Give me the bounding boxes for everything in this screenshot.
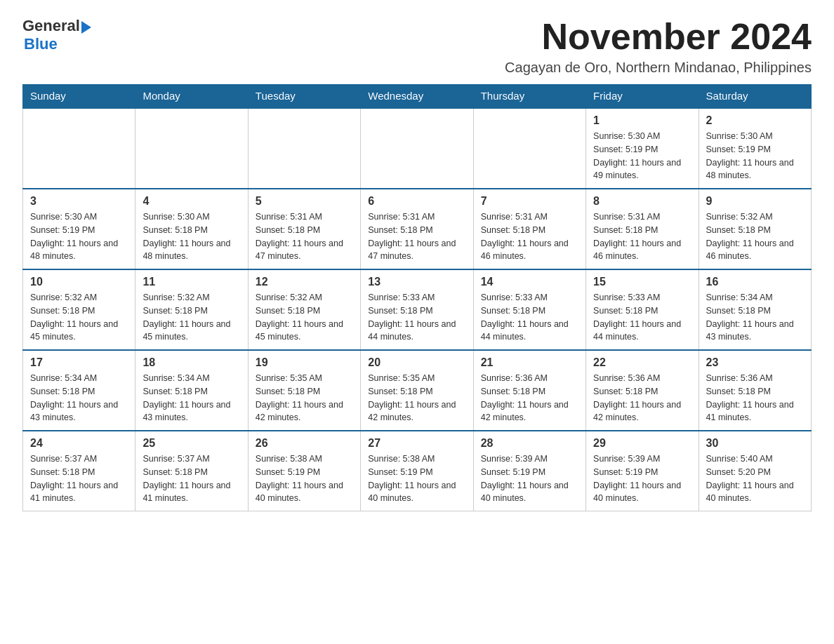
calendar-week-row: 10Sunrise: 5:32 AM Sunset: 5:18 PM Dayli… <box>23 269 812 350</box>
calendar-cell: 14Sunrise: 5:33 AM Sunset: 5:18 PM Dayli… <box>473 269 585 350</box>
calendar-table: SundayMondayTuesdayWednesdayThursdayFrid… <box>22 84 812 511</box>
day-number: 18 <box>143 356 240 369</box>
calendar-cell: 9Sunrise: 5:32 AM Sunset: 5:18 PM Daylig… <box>699 189 811 269</box>
day-info: Sunrise: 5:34 AM Sunset: 5:18 PM Dayligh… <box>706 291 804 344</box>
day-info: Sunrise: 5:37 AM Sunset: 5:18 PM Dayligh… <box>143 452 240 505</box>
day-number: 24 <box>30 437 128 450</box>
calendar-cell: 17Sunrise: 5:34 AM Sunset: 5:18 PM Dayli… <box>23 350 135 431</box>
logo: General Blue <box>22 17 91 53</box>
day-info: Sunrise: 5:31 AM Sunset: 5:18 PM Dayligh… <box>593 210 691 263</box>
day-number: 20 <box>368 356 465 369</box>
calendar-header-row: SundayMondayTuesdayWednesdayThursdayFrid… <box>23 84 812 108</box>
day-number: 23 <box>706 356 804 369</box>
day-info: Sunrise: 5:39 AM Sunset: 5:19 PM Dayligh… <box>481 452 578 505</box>
calendar-cell <box>248 108 360 189</box>
day-number: 7 <box>481 195 578 208</box>
calendar-cell: 7Sunrise: 5:31 AM Sunset: 5:18 PM Daylig… <box>473 189 585 269</box>
calendar-day-header: Sunday <box>23 84 135 108</box>
calendar-cell: 22Sunrise: 5:36 AM Sunset: 5:18 PM Dayli… <box>586 350 699 431</box>
day-number: 3 <box>30 195 128 208</box>
day-info: Sunrise: 5:38 AM Sunset: 5:19 PM Dayligh… <box>256 452 353 505</box>
day-number: 2 <box>706 114 804 127</box>
title-area: November 2024 Cagayan de Oro, Northern M… <box>505 17 812 76</box>
day-number: 19 <box>256 356 353 369</box>
day-info: Sunrise: 5:34 AM Sunset: 5:18 PM Dayligh… <box>30 372 128 424</box>
day-number: 4 <box>143 195 240 208</box>
day-info: Sunrise: 5:32 AM Sunset: 5:18 PM Dayligh… <box>256 291 353 344</box>
day-info: Sunrise: 5:32 AM Sunset: 5:18 PM Dayligh… <box>706 210 804 263</box>
calendar-day-header: Saturday <box>699 84 811 108</box>
calendar-cell: 11Sunrise: 5:32 AM Sunset: 5:18 PM Dayli… <box>135 269 248 350</box>
day-number: 12 <box>256 276 353 288</box>
logo-blue-text: Blue <box>24 35 91 53</box>
day-number: 9 <box>706 195 804 208</box>
calendar-cell <box>473 108 585 189</box>
day-number: 26 <box>256 437 353 450</box>
calendar-week-row: 17Sunrise: 5:34 AM Sunset: 5:18 PM Dayli… <box>23 350 812 431</box>
day-info: Sunrise: 5:35 AM Sunset: 5:18 PM Dayligh… <box>368 372 465 424</box>
day-info: Sunrise: 5:36 AM Sunset: 5:18 PM Dayligh… <box>593 372 691 424</box>
calendar-cell: 3Sunrise: 5:30 AM Sunset: 5:19 PM Daylig… <box>23 189 135 269</box>
calendar-cell: 19Sunrise: 5:35 AM Sunset: 5:18 PM Dayli… <box>248 350 360 431</box>
calendar-cell: 12Sunrise: 5:32 AM Sunset: 5:18 PM Dayli… <box>248 269 360 350</box>
day-number: 29 <box>593 437 691 450</box>
day-info: Sunrise: 5:39 AM Sunset: 5:19 PM Dayligh… <box>593 452 691 505</box>
day-info: Sunrise: 5:31 AM Sunset: 5:18 PM Dayligh… <box>481 210 578 263</box>
calendar-cell: 4Sunrise: 5:30 AM Sunset: 5:18 PM Daylig… <box>135 189 248 269</box>
calendar-cell: 26Sunrise: 5:38 AM Sunset: 5:19 PM Dayli… <box>248 431 360 511</box>
calendar-cell: 28Sunrise: 5:39 AM Sunset: 5:19 PM Dayli… <box>473 431 585 511</box>
day-number: 14 <box>481 276 578 288</box>
day-info: Sunrise: 5:30 AM Sunset: 5:19 PM Dayligh… <box>593 130 691 182</box>
calendar-week-row: 24Sunrise: 5:37 AM Sunset: 5:18 PM Dayli… <box>23 431 812 511</box>
day-number: 30 <box>706 437 804 450</box>
calendar-cell: 27Sunrise: 5:38 AM Sunset: 5:19 PM Dayli… <box>361 431 473 511</box>
day-info: Sunrise: 5:31 AM Sunset: 5:18 PM Dayligh… <box>256 210 353 263</box>
calendar-cell <box>23 108 135 189</box>
day-number: 27 <box>368 437 465 450</box>
day-info: Sunrise: 5:33 AM Sunset: 5:18 PM Dayligh… <box>368 291 465 344</box>
day-number: 15 <box>593 276 691 288</box>
day-info: Sunrise: 5:33 AM Sunset: 5:18 PM Dayligh… <box>481 291 578 344</box>
month-title: November 2024 <box>505 17 812 57</box>
day-number: 16 <box>706 276 804 288</box>
calendar-cell: 25Sunrise: 5:37 AM Sunset: 5:18 PM Dayli… <box>135 431 248 511</box>
calendar-cell: 21Sunrise: 5:36 AM Sunset: 5:18 PM Dayli… <box>473 350 585 431</box>
location-subtitle: Cagayan de Oro, Northern Mindanao, Phili… <box>505 60 812 76</box>
day-info: Sunrise: 5:36 AM Sunset: 5:18 PM Dayligh… <box>706 372 804 424</box>
calendar-week-row: 1Sunrise: 5:30 AM Sunset: 5:19 PM Daylig… <box>23 108 812 189</box>
day-number: 10 <box>30 276 128 288</box>
calendar-day-header: Friday <box>586 84 699 108</box>
header: General Blue November 2024 Cagayan de Or… <box>22 17 812 76</box>
day-number: 22 <box>593 356 691 369</box>
day-info: Sunrise: 5:38 AM Sunset: 5:19 PM Dayligh… <box>368 452 465 505</box>
day-number: 25 <box>143 437 240 450</box>
calendar-cell: 20Sunrise: 5:35 AM Sunset: 5:18 PM Dayli… <box>361 350 473 431</box>
day-number: 11 <box>143 276 240 288</box>
day-info: Sunrise: 5:31 AM Sunset: 5:18 PM Dayligh… <box>368 210 465 263</box>
calendar-cell: 30Sunrise: 5:40 AM Sunset: 5:20 PM Dayli… <box>699 431 811 511</box>
logo-general-text: General <box>22 17 80 35</box>
calendar-cell: 13Sunrise: 5:33 AM Sunset: 5:18 PM Dayli… <box>361 269 473 350</box>
day-number: 17 <box>30 356 128 369</box>
calendar-day-header: Monday <box>135 84 248 108</box>
day-info: Sunrise: 5:36 AM Sunset: 5:18 PM Dayligh… <box>481 372 578 424</box>
day-info: Sunrise: 5:40 AM Sunset: 5:20 PM Dayligh… <box>706 452 804 505</box>
day-number: 28 <box>481 437 578 450</box>
calendar-cell <box>135 108 248 189</box>
calendar-cell: 8Sunrise: 5:31 AM Sunset: 5:18 PM Daylig… <box>586 189 699 269</box>
day-number: 5 <box>256 195 353 208</box>
day-number: 1 <box>593 114 691 127</box>
calendar-cell: 2Sunrise: 5:30 AM Sunset: 5:19 PM Daylig… <box>699 108 811 189</box>
calendar-cell: 1Sunrise: 5:30 AM Sunset: 5:19 PM Daylig… <box>586 108 699 189</box>
calendar-day-header: Tuesday <box>248 84 360 108</box>
day-info: Sunrise: 5:30 AM Sunset: 5:19 PM Dayligh… <box>30 210 128 263</box>
calendar-cell: 6Sunrise: 5:31 AM Sunset: 5:18 PM Daylig… <box>361 189 473 269</box>
calendar-week-row: 3Sunrise: 5:30 AM Sunset: 5:19 PM Daylig… <box>23 189 812 269</box>
calendar-cell: 5Sunrise: 5:31 AM Sunset: 5:18 PM Daylig… <box>248 189 360 269</box>
day-number: 8 <box>593 195 691 208</box>
calendar-cell: 16Sunrise: 5:34 AM Sunset: 5:18 PM Dayli… <box>699 269 811 350</box>
calendar-cell <box>361 108 473 189</box>
calendar-cell: 15Sunrise: 5:33 AM Sunset: 5:18 PM Dayli… <box>586 269 699 350</box>
day-info: Sunrise: 5:30 AM Sunset: 5:19 PM Dayligh… <box>706 130 804 182</box>
day-info: Sunrise: 5:34 AM Sunset: 5:18 PM Dayligh… <box>143 372 240 424</box>
